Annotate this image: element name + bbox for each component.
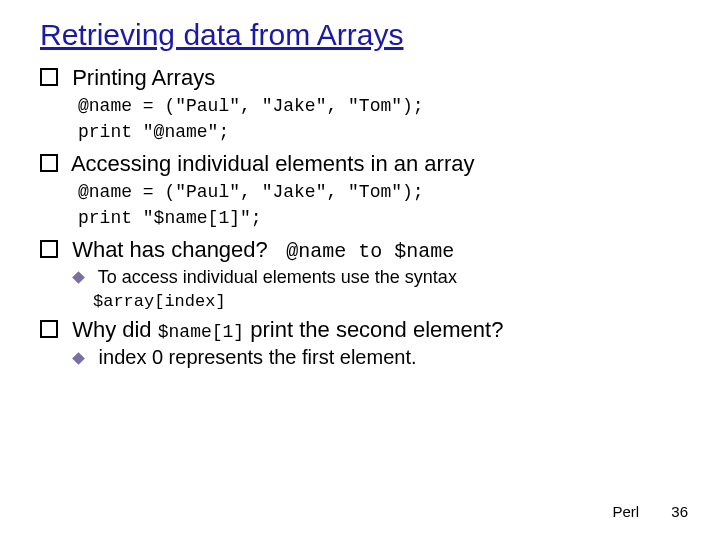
square-bullet-icon <box>40 68 58 86</box>
square-bullet-icon <box>40 240 58 258</box>
square-bullet-icon <box>40 154 58 172</box>
code-accessing-1: @name = ("Paul", "Jake", "Tom"); <box>78 180 680 204</box>
heading-why-code: $name[1] <box>158 322 244 342</box>
changed-sub-code: $array[index] <box>93 292 226 311</box>
section-printing: Printing Arrays <box>40 64 680 92</box>
footer-label: Perl <box>612 503 639 520</box>
diamond-bullet-icon <box>72 353 85 366</box>
footer-page: 36 <box>671 503 688 520</box>
slide: Retrieving data from Arrays Printing Arr… <box>0 0 720 540</box>
code-accessing-2: print "$name[1]"; <box>78 206 680 230</box>
slide-title: Retrieving data from Arrays <box>40 18 680 52</box>
section-why: Why did $name[1] print the second elemen… <box>40 316 680 344</box>
heading-changed: What has changed? <box>72 237 268 262</box>
heading-why-pre: Why did <box>72 317 151 342</box>
section-changed: What has changed? @name to $name <box>40 236 680 264</box>
heading-accessing: Accessing individual elements in an arra… <box>71 151 475 176</box>
heading-printing: Printing Arrays <box>72 65 215 90</box>
footer: Perl 36 <box>612 503 688 520</box>
diamond-bullet-icon <box>72 271 85 284</box>
code-printing-1: @name = ("Paul", "Jake", "Tom"); <box>78 94 680 118</box>
changed-sub: To access individual elements use the sy… <box>74 266 680 312</box>
changed-code: @name to $name <box>286 240 454 263</box>
code-printing-2: print "@name"; <box>78 120 680 144</box>
section-accessing: Accessing individual elements in an arra… <box>40 150 680 178</box>
changed-sub-text: To access individual elements use the sy… <box>98 267 457 287</box>
why-sub: index 0 represents the first element. <box>74 345 680 370</box>
square-bullet-icon <box>40 320 58 338</box>
heading-why-post: print the second element? <box>250 317 503 342</box>
why-sub-text: index 0 represents the first element. <box>99 346 417 368</box>
